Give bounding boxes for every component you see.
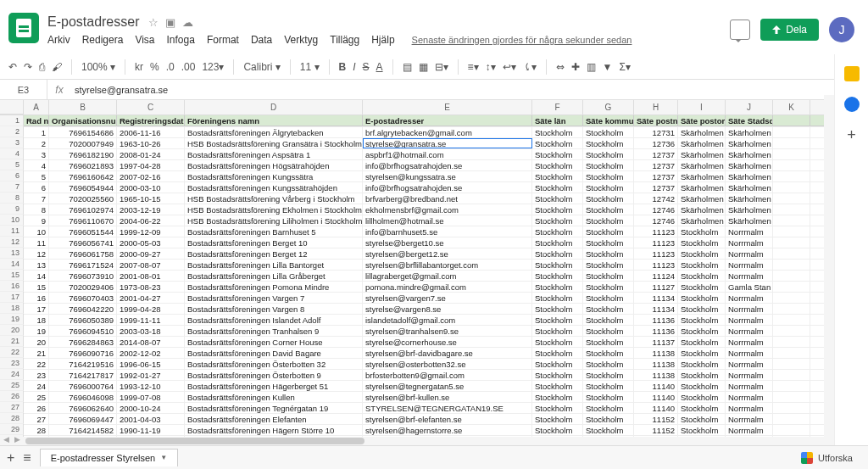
cell[interactable]: 12746: [634, 204, 678, 215]
cell[interactable]: [773, 204, 810, 215]
menu-format[interactable]: Format: [207, 34, 239, 46]
row-header[interactable]: 14: [0, 259, 24, 270]
cell[interactable]: [773, 138, 810, 148]
share-button[interactable]: Dela: [760, 19, 819, 41]
cell[interactable]: 2004-06-22: [117, 215, 185, 226]
cell[interactable]: Norrmalm: [726, 304, 773, 314]
cell[interactable]: Stockholm: [583, 359, 634, 369]
cell[interactable]: 9: [24, 215, 49, 226]
cell[interactable]: Stockholm: [583, 392, 634, 402]
cell[interactable]: Stockholm: [532, 425, 583, 435]
cell[interactable]: Stockholm: [583, 215, 634, 226]
cell[interactable]: Stockholm: [678, 381, 726, 391]
scroll-left-icon[interactable]: ◀: [3, 435, 9, 444]
cell[interactable]: [773, 414, 810, 424]
cell[interactable]: 21: [24, 348, 49, 358]
cell[interactable]: HSB Bostadsrättsförening Vårberg i Stock…: [185, 193, 363, 204]
cell[interactable]: Skärholmen: [678, 171, 726, 181]
scroll-right-icon[interactable]: ▶: [14, 435, 20, 444]
redo-icon[interactable]: ↷: [24, 61, 32, 73]
row-header[interactable]: 29: [0, 424, 24, 435]
cell[interactable]: 11123: [634, 226, 678, 237]
cell[interactable]: Stockholm: [532, 271, 583, 281]
cell[interactable]: Stockholm: [583, 138, 634, 148]
explore-button[interactable]: Utforska: [801, 452, 861, 464]
cell[interactable]: Bostadsrättsföreningen Barnhuset 5: [185, 226, 363, 237]
keep-icon[interactable]: [844, 66, 860, 81]
column-header-I[interactable]: I: [678, 100, 726, 114]
cell[interactable]: Stockholm: [678, 392, 726, 402]
cell[interactable]: Stockholm: [583, 403, 634, 413]
row-header[interactable]: 8: [0, 193, 24, 204]
cell[interactable]: Stockholm: [532, 337, 583, 347]
cell[interactable]: 2000-09-27: [117, 248, 185, 259]
cell[interactable]: 11123: [634, 237, 678, 248]
cell[interactable]: Bostadsrättsföreningen Tegnérgatan 19: [185, 403, 363, 413]
cell[interactable]: Stockholm: [678, 414, 726, 424]
cell[interactable]: 11: [24, 237, 49, 248]
cell[interactable]: lillholmen@hotmail.se: [363, 215, 532, 226]
row-header[interactable]: 12: [0, 237, 24, 248]
cell[interactable]: Norrmalm: [726, 326, 773, 336]
cell[interactable]: [773, 326, 810, 336]
cell[interactable]: Stockholm: [583, 425, 634, 435]
cell[interactable]: [773, 260, 810, 270]
cell[interactable]: 7696160642: [49, 171, 117, 181]
cell[interactable]: 20: [24, 337, 49, 347]
cell[interactable]: styrelsen@hagernstorre.se: [363, 425, 532, 435]
cell[interactable]: 7696050389: [49, 315, 117, 325]
cell[interactable]: HSB Bostadsrättsförening Liliholmen i St…: [185, 215, 363, 226]
row-header[interactable]: 20: [0, 325, 24, 336]
fill-color-icon[interactable]: ▤: [403, 61, 412, 73]
cell[interactable]: Stockholm: [583, 304, 634, 314]
cell[interactable]: [773, 381, 810, 391]
cell[interactable]: Stockholm: [583, 282, 634, 292]
cell[interactable]: 11138: [634, 348, 678, 358]
cell[interactable]: 11123: [634, 260, 678, 270]
borders-icon[interactable]: ▦: [419, 61, 428, 73]
doc-title[interactable]: E-postadresser: [47, 14, 140, 30]
recent-changes-link[interactable]: Senaste ändringen gjordes för några seku…: [412, 35, 632, 45]
menu-visa[interactable]: Visa: [135, 34, 154, 46]
cell[interactable]: 7696154686: [49, 127, 117, 137]
print-icon[interactable]: ⎙: [39, 61, 45, 73]
cell[interactable]: [773, 304, 810, 314]
cell[interactable]: 11134: [634, 293, 678, 303]
cell[interactable]: brfvarberg@bredband.net: [363, 193, 532, 204]
cell[interactable]: 1973-08-23: [117, 282, 185, 292]
selected-cell[interactable]: styrelse@gransatra.se: [363, 138, 532, 148]
cell[interactable]: Norrmalm: [726, 403, 773, 413]
cell[interactable]: [773, 315, 810, 325]
cell[interactable]: 24: [24, 381, 49, 391]
cell[interactable]: 13: [24, 260, 49, 270]
cell[interactable]: Stockholm: [583, 337, 634, 347]
comments-icon[interactable]: [730, 20, 750, 40]
cell[interactable]: Bostadsrättsföreningen Kungssätrahöjden: [185, 182, 363, 193]
cell[interactable]: Stockholm: [532, 237, 583, 248]
font-select[interactable]: Calibri ▾: [243, 61, 280, 73]
cell[interactable]: STYRELSEN@TEGNERGATAN19.SE: [363, 403, 532, 413]
cell[interactable]: 11127: [634, 282, 678, 292]
cell[interactable]: [773, 293, 810, 303]
cell[interactable]: Stockholm: [532, 215, 583, 226]
cell[interactable]: Skärholmen: [726, 149, 773, 159]
cell[interactable]: Skärholmen: [678, 149, 726, 159]
cell[interactable]: 7696070403: [49, 293, 117, 303]
cell[interactable]: Skärholmen: [726, 182, 773, 193]
row-header[interactable]: 13: [0, 248, 24, 259]
cell[interactable]: Norrmalm: [726, 260, 773, 270]
cell[interactable]: Norrmalm: [726, 237, 773, 248]
row-header[interactable]: 11: [0, 226, 24, 237]
cell[interactable]: Bostadsrättsföreningen Lilla Gråberget: [185, 271, 363, 281]
cell[interactable]: Stockholm: [532, 392, 583, 402]
all-sheets-button[interactable]: ≡: [23, 450, 31, 466]
add-sheet-button[interactable]: +: [7, 450, 14, 466]
row-header[interactable]: 25: [0, 380, 24, 391]
cell[interactable]: 2: [24, 138, 49, 148]
cell[interactable]: 7020029406: [49, 282, 117, 292]
cell[interactable]: Stockholm: [678, 248, 726, 259]
cell[interactable]: Stockholm: [678, 293, 726, 303]
cell[interactable]: 4: [24, 160, 49, 170]
cell[interactable]: 12736: [634, 138, 678, 148]
row-header[interactable]: 5: [0, 159, 24, 170]
